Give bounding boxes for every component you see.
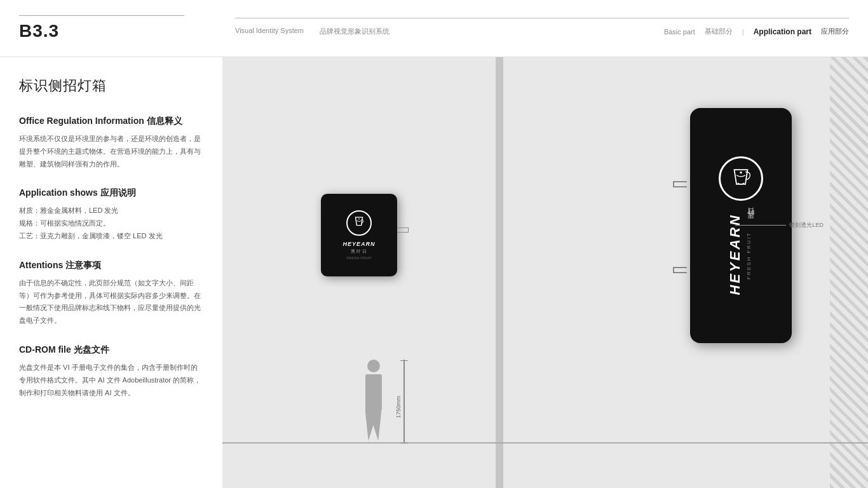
svg-point-0 bbox=[358, 219, 360, 220]
svg-point-1 bbox=[740, 171, 742, 173]
nav-divider: | bbox=[742, 28, 744, 36]
header-nav: Visual Identity System 品牌视觉形象识别系统 Basic … bbox=[235, 27, 849, 36]
bracket-large-top bbox=[673, 181, 687, 187]
main-title: 标识侧招灯箱 bbox=[19, 76, 203, 95]
section-attentions: Attentions 注意事项 由于信息的不确定性，此页部分规范（如文字大小、间… bbox=[19, 259, 203, 327]
section-cdrom: CD-ROM file 光盘文件 光盘文件是本 VI 手册电子文件的集合，内含手… bbox=[19, 343, 203, 399]
section-info-text: 环境系统不仅仅是环境里的参与者，还是环境的创造者，是提升整个环境的主题式物体。在… bbox=[19, 133, 203, 170]
human-figure bbox=[356, 360, 391, 442]
header: B3.3 Visual Identity System 品牌视觉形象识别系统 B… bbox=[0, 0, 868, 57]
dimension-cap-top bbox=[400, 360, 408, 362]
led-text: 镂刻透光LED bbox=[789, 221, 824, 229]
page-number: B3.3 bbox=[19, 21, 203, 41]
led-label-container: 镂刻透光LED bbox=[735, 221, 824, 229]
section-app-heading: Application shows 应用说明 bbox=[19, 186, 203, 200]
sign-sub-vertical: FRESH FRUIT bbox=[746, 232, 756, 280]
basic-part-cn: 基础部分 bbox=[705, 27, 733, 36]
human-body bbox=[365, 374, 382, 409]
human-head bbox=[367, 360, 380, 372]
brand-cn-label: 品牌视觉形象识别系统 bbox=[320, 27, 390, 36]
header-top-line bbox=[235, 18, 849, 18]
sign-small-cn: 黑叶日 bbox=[351, 248, 368, 255]
section-att-text: 由于信息的不确定性，此页部分规范（如文字大小、间距等）可作为参考使用，具体可根据… bbox=[19, 277, 203, 327]
left-panel: 标识侧招灯箱 Office Regulation Information 信息释… bbox=[0, 57, 222, 488]
dimension-line bbox=[403, 360, 405, 442]
sign-small-logo bbox=[346, 210, 372, 236]
bracket-small bbox=[397, 227, 409, 233]
section-info: Office Regulation Information 信息释义 环境系统不… bbox=[19, 114, 203, 170]
header-nav-right: Basic part 基础部分 | Application part 应用部分 bbox=[664, 27, 849, 36]
sign-small: HEYEARN 黑叶日 FRESH FRUIT bbox=[321, 194, 397, 276]
sign-small-sub: FRESH FRUIT bbox=[346, 256, 372, 260]
main-content: HEYEARN 黑叶日 FRESH FRUIT HEYEARN 黑叶日 bbox=[222, 57, 868, 488]
dimension-text: 1750mm bbox=[395, 396, 402, 418]
section-info-heading: Office Regulation Information 信息释义 bbox=[19, 114, 203, 128]
wall-divider bbox=[496, 57, 503, 488]
visual-identity-label: Visual Identity System bbox=[235, 27, 304, 36]
header-nav-left: Visual Identity System 品牌视觉形象识别系统 bbox=[235, 27, 390, 36]
ground-line bbox=[222, 442, 868, 444]
bracket-large-bottom bbox=[673, 267, 687, 273]
section-cd-heading: CD-ROM file 光盘文件 bbox=[19, 343, 203, 356]
header-left: B3.3 bbox=[0, 15, 222, 42]
section-application: Application shows 应用说明 材质：雅金金属材料，LED 发光 … bbox=[19, 186, 203, 242]
stripe-background bbox=[830, 57, 868, 488]
led-line bbox=[735, 225, 786, 226]
dimension-cap-bottom bbox=[400, 443, 408, 444]
cup-icon-small bbox=[352, 216, 366, 230]
section-att-heading: Attentions 注意事项 bbox=[19, 259, 203, 272]
section-app-text: 材质：雅金金属材料，LED 发光 规格：可根据实地情况而定。 工艺：亚克力雕刻，… bbox=[19, 205, 203, 242]
app-part-cn: 应用部分 bbox=[821, 27, 849, 36]
app-part-en: Application part bbox=[754, 27, 811, 36]
cup-icon-large bbox=[728, 165, 754, 192]
section-cd-text: 光盘文件是本 VI 手册电子文件的集合，内含手册制作时的专用软件格式文件。其中 … bbox=[19, 362, 203, 399]
human-legs bbox=[365, 409, 382, 441]
header-line bbox=[19, 15, 184, 17]
basic-part-en: Basic part bbox=[664, 28, 695, 36]
sign-small-brand: HEYEARN bbox=[342, 241, 375, 247]
sign-logo-circle bbox=[719, 156, 763, 201]
